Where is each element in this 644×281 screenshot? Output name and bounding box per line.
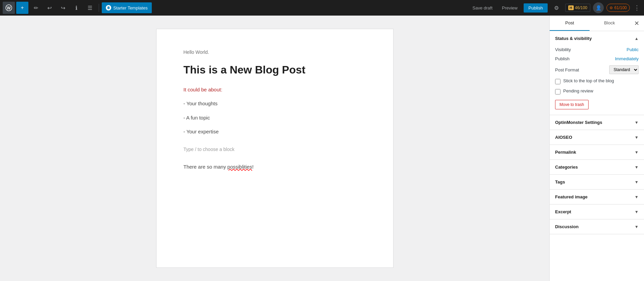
starter-templates-icon: ST — [106, 5, 111, 10]
excerpt-title: Excerpt — [555, 209, 571, 214]
redo-button[interactable]: ↪ — [57, 2, 69, 14]
body-item2[interactable]: - A fun topic — [184, 113, 366, 122]
visibility-row: Visibility Public — [555, 47, 639, 52]
toolbar-divider — [99, 4, 99, 12]
user-avatar[interactable]: 👤 — [593, 2, 604, 13]
info-button[interactable]: ℹ — [70, 2, 82, 14]
toolbar-left: W + ✏ ↩ ↪ ℹ ☰ ST Starter Templates — [3, 2, 468, 14]
status-visibility-header[interactable]: Status & visibility ▲ — [550, 31, 644, 46]
move-to-trash-button[interactable]: Move to trash — [555, 100, 589, 109]
redo-icon: ↪ — [61, 5, 65, 11]
edit-button[interactable]: ✏ — [30, 2, 42, 14]
editor-area: Hello World. This is a New Blog Post It … — [0, 16, 549, 281]
avatar-icon: 👤 — [596, 5, 601, 10]
publish-button[interactable]: Publish — [524, 3, 548, 13]
aioseo-section: AIOSEO ▼ — [550, 130, 644, 145]
status-visibility-section: Status & visibility ▲ Visibility Public … — [550, 31, 644, 115]
settings-icon: ⚙ — [554, 5, 559, 11]
status-visibility-body: Visibility Public Publish Immediately Po… — [550, 46, 644, 115]
discussion-section: Discussion ▼ — [550, 219, 644, 234]
tags-title: Tags — [555, 179, 565, 185]
toolbar-right: Save draft Preview Publish ⚙ H 46/100 👤 … — [469, 2, 641, 14]
status-visibility-chevron: ▲ — [635, 36, 639, 41]
publish-row: Publish Immediately — [555, 56, 639, 61]
headline-score-badge[interactable]: H 46/100 — [565, 4, 591, 12]
post-tagline[interactable]: Hello World. — [184, 49, 366, 55]
permalink-section: Permalink ▼ — [550, 145, 644, 160]
list-icon: ☰ — [88, 5, 92, 11]
seo-score-badge[interactable]: ⚙ 61/100 — [606, 4, 630, 12]
seo-score-value: 61/100 — [614, 5, 627, 10]
post-body: It could be about: - Your thoughts - A f… — [184, 85, 366, 136]
list-view-button[interactable]: ☰ — [84, 2, 96, 14]
settings-button[interactable]: ⚙ — [550, 2, 563, 14]
sidebar-tabs: Post Block ✕ — [550, 16, 644, 31]
tab-post[interactable]: Post — [550, 16, 590, 31]
discussion-chevron: ▼ — [635, 224, 639, 229]
stick-to-top-checkbox[interactable] — [555, 79, 560, 84]
optinmonster-header[interactable]: OptinMonster Settings ▼ — [550, 115, 644, 130]
wp-logo[interactable]: W — [3, 2, 15, 14]
excerpt-chevron: ▼ — [635, 210, 639, 214]
body-item1[interactable]: - Your thoughts — [184, 99, 366, 108]
more-options-button[interactable]: ⋮ — [633, 4, 641, 12]
undo-icon: ↩ — [47, 5, 52, 11]
add-block-button[interactable]: + — [16, 2, 28, 14]
pending-review-row: Pending review — [555, 88, 639, 94]
permalink-chevron: ▼ — [635, 150, 639, 155]
stick-to-top-label: Stick to the top of the blog — [563, 78, 614, 83]
undo-button[interactable]: ↩ — [43, 2, 55, 14]
categories-chevron: ▼ — [635, 165, 639, 170]
tab-block[interactable]: Block — [590, 16, 629, 31]
categories-title: Categories — [555, 165, 578, 170]
visibility-label: Visibility — [555, 47, 571, 52]
block-placeholder[interactable]: Type / to choose a block — [184, 143, 366, 156]
body-possibilities[interactable]: There are so many possiblities! — [184, 163, 366, 171]
tags-section: Tags ▼ — [550, 175, 644, 190]
svg-text:ST: ST — [107, 7, 110, 9]
publish-value[interactable]: Immediately — [615, 56, 639, 61]
sidebar-close-button[interactable]: ✕ — [629, 16, 644, 31]
optinmonster-chevron: ▼ — [635, 120, 639, 125]
main-layout: Hello World. This is a New Blog Post It … — [0, 16, 644, 281]
pending-review-label: Pending review — [563, 88, 593, 93]
permalink-header[interactable]: Permalink ▼ — [550, 145, 644, 159]
post-title[interactable]: This is a New Blog Post — [184, 63, 366, 77]
more-icon: ⋮ — [634, 4, 640, 11]
aioseo-header[interactable]: AIOSEO ▼ — [550, 130, 644, 145]
visibility-value[interactable]: Public — [627, 47, 639, 52]
permalink-title: Permalink — [555, 150, 576, 155]
publish-label: Publish — [555, 56, 570, 61]
headline-score-value: 46/100 — [575, 5, 588, 10]
stick-to-top-row: Stick to the top of the blog — [555, 78, 639, 84]
discussion-header[interactable]: Discussion ▼ — [550, 219, 644, 234]
discussion-title: Discussion — [555, 224, 578, 229]
starter-templates-button[interactable]: ST Starter Templates — [102, 2, 152, 13]
aioseo-chevron: ▼ — [635, 135, 639, 140]
save-draft-button[interactable]: Save draft — [469, 3, 496, 13]
post-format-row: Post Format Standard Aside Gallery Link … — [555, 65, 639, 74]
starter-templates-label: Starter Templates — [113, 5, 148, 10]
add-icon: + — [21, 5, 24, 11]
preview-button[interactable]: Preview — [499, 3, 521, 13]
body-intro-text: It could be about: — [184, 87, 222, 92]
optinmonster-title: OptinMonster Settings — [555, 120, 602, 125]
status-visibility-title: Status & visibility — [555, 36, 592, 41]
sidebar: Post Block ✕ Status & visibility ▲ Visib… — [549, 16, 644, 281]
pending-review-checkbox[interactable] — [555, 89, 560, 94]
aioseo-title: AIOSEO — [555, 135, 572, 140]
body-possibilities-end: ! — [252, 164, 254, 170]
tags-header[interactable]: Tags ▼ — [550, 175, 644, 189]
body-intro[interactable]: It could be about: — [184, 85, 366, 94]
body-item3[interactable]: - Your expertise — [184, 127, 366, 136]
body-possibilities-start: There are so many — [184, 164, 228, 170]
excerpt-header[interactable]: Excerpt ▼ — [550, 204, 644, 219]
svg-text:W: W — [7, 6, 11, 10]
info-icon: ℹ — [75, 5, 77, 11]
editor-content: Hello World. This is a New Blog Post It … — [157, 29, 393, 267]
featured-image-header[interactable]: Featured image ▼ — [550, 190, 644, 204]
categories-header[interactable]: Categories ▼ — [550, 160, 644, 174]
featured-image-chevron: ▼ — [635, 195, 639, 199]
toolbar: W + ✏ ↩ ↪ ℹ ☰ ST Starter Templates Save — [0, 0, 644, 16]
post-format-select[interactable]: Standard Aside Gallery Link Image Quote … — [609, 65, 639, 74]
